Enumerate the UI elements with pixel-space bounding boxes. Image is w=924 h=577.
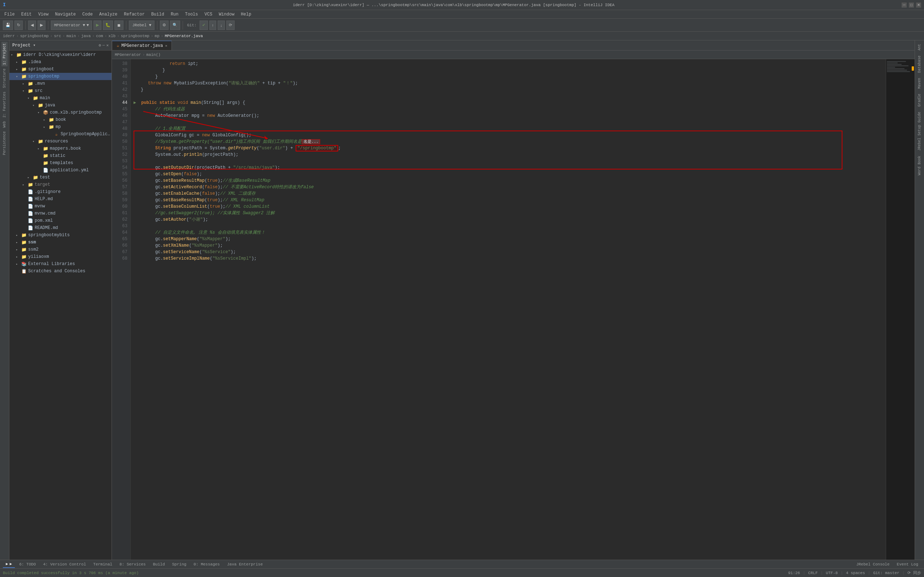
bottom-tab-java-enterprise[interactable]: Java Enterprise xyxy=(224,561,266,568)
tab-persistence[interactable]: Persistence xyxy=(2,130,8,156)
tree-item-target[interactable]: ▸ 📁 target xyxy=(10,181,111,188)
tree-container[interactable]: ▾ 📁 iderr D:\zking\xuexinr\iderr ▸ 📁 .id… xyxy=(10,50,111,560)
tree-item-readme[interactable]: 📄 README.md xyxy=(10,224,111,232)
menu-window[interactable]: Window xyxy=(216,11,237,18)
panel-icon-2[interactable]: — xyxy=(102,43,105,48)
tree-item-appyml[interactable]: 📄 application.yml xyxy=(10,167,111,174)
run-gutter-icon[interactable]: ▶ xyxy=(134,100,136,106)
menu-help[interactable]: Help xyxy=(238,11,254,18)
tree-item-main[interactable]: ▾ 📁 main xyxy=(10,95,111,102)
tab-favorites[interactable]: 2: Favorites xyxy=(2,90,8,119)
title-bar-controls[interactable]: ─ □ ✕ xyxy=(901,3,921,8)
bottom-tab-spring[interactable]: Spring xyxy=(169,561,189,568)
tree-item-mappers[interactable]: ▸ 📁 mappers.book xyxy=(10,145,111,152)
jrebel-dropdown[interactable]: JRebel ▼ xyxy=(129,21,155,30)
run-config-dropdown[interactable]: MPGenerator ▼ ▼ xyxy=(51,21,92,30)
right-tab-ant[interactable]: Ant xyxy=(918,42,921,53)
tree-item-springbootapp[interactable]: ☕ SpringbootmpApplication xyxy=(10,131,111,138)
panel-icon-1[interactable]: ⚙ xyxy=(99,43,101,48)
tree-item-ssm2[interactable]: ▸ 📁 ssm2 xyxy=(10,246,111,253)
tree-item-mvnw[interactable]: 📄 mvnw xyxy=(10,203,111,210)
tab-structure[interactable]: Structure xyxy=(2,67,8,89)
breadcrumb-src[interactable]: src xyxy=(54,34,61,38)
toolbar-btn-5[interactable]: ⚙ xyxy=(160,21,168,30)
bottom-tab-messages[interactable]: 0: Messages xyxy=(191,561,223,568)
bottom-tab-jrebel-console[interactable]: JRebel Console xyxy=(853,561,892,568)
breadcrumb-file[interactable]: MPGenerator.java xyxy=(165,34,203,38)
tree-item-yiliaoxm[interactable]: ▸ 📁 yiliaoxm xyxy=(10,253,111,260)
menu-build[interactable]: Build xyxy=(149,11,167,18)
menu-refactor[interactable]: Refactor xyxy=(121,11,148,18)
bottom-tab-vc[interactable]: 4: Version Control xyxy=(40,561,89,568)
tree-item-ssm[interactable]: ▸ 📁 ssm xyxy=(10,239,111,246)
right-tab-database[interactable]: Database xyxy=(918,53,921,75)
tree-item-iderr[interactable]: ▾ 📁 iderr D:\zking\xuexinr\iderr xyxy=(10,51,111,58)
right-tab-wordbook[interactable]: Word Book xyxy=(918,154,921,177)
panel-header-icons[interactable]: ⚙ — ✕ xyxy=(99,43,109,48)
menu-navigate[interactable]: Navigate xyxy=(52,11,79,18)
menu-run[interactable]: Run xyxy=(168,11,181,18)
breadcrumb-mp[interactable]: mp xyxy=(155,34,160,38)
toolbar-btn-6[interactable]: 🔍 xyxy=(170,21,180,30)
code-content[interactable]: return ipt; } } throw new MybatisPlusExc… xyxy=(131,59,886,560)
git-check-btn[interactable]: ✔ xyxy=(200,21,208,30)
tree-item-mvnwcmd[interactable]: 📄 mvnw.cmd xyxy=(10,210,111,217)
tree-item-src[interactable]: ▾ 📁 src xyxy=(10,87,111,95)
tree-item-helpmd[interactable]: 📄 HELP.md xyxy=(10,195,111,203)
tab-close-mpgenerator[interactable]: ✕ xyxy=(165,44,167,48)
right-tab-jrebel[interactable]: JRebel Setup Guide xyxy=(918,110,921,153)
tree-item-mvn[interactable]: ▸ 📁 .mvn xyxy=(10,80,111,87)
bottom-tab-run[interactable]: ▶ ▶ xyxy=(3,561,15,568)
minimize-button[interactable]: ─ xyxy=(901,3,907,8)
right-tab-gradle[interactable]: Gradle xyxy=(918,92,921,109)
breadcrumb-java[interactable]: java xyxy=(81,34,90,38)
toolbar-sync-btn[interactable]: ↻ xyxy=(15,21,23,30)
tree-item-static[interactable]: 📁 static xyxy=(10,152,111,160)
breadcrumb-springbootmp[interactable]: springbootmp xyxy=(20,34,49,38)
git-update-btn[interactable]: ↑ xyxy=(209,21,216,30)
tree-item-java[interactable]: ▾ 📁 java xyxy=(10,102,111,109)
breadcrumb-xlb[interactable]: xlb xyxy=(108,34,115,38)
bottom-tab-services[interactable]: 8: Services xyxy=(116,561,149,568)
menu-analyze[interactable]: Analyze xyxy=(96,11,120,18)
tree-item-scratch[interactable]: 📋 Scratches and Consoles xyxy=(10,268,111,275)
code-path-mpgenerator[interactable]: MPGenerator xyxy=(115,53,141,57)
tree-item-springbootmp[interactable]: ▾ 📁 springbootmp xyxy=(10,73,111,80)
bottom-tab-todo[interactable]: 6: TODO xyxy=(16,561,39,568)
tree-item-springbootmybits[interactable]: ▸ 📁 springbootmybits xyxy=(10,232,111,239)
toolbar-forward-btn[interactable]: ▶ xyxy=(37,21,45,30)
git-history-btn[interactable]: ⟳ xyxy=(226,21,234,30)
tree-item-idea[interactable]: ▸ 📁 .idea xyxy=(10,58,111,66)
stop-button[interactable]: ⏹ xyxy=(115,21,123,30)
maximize-button[interactable]: □ xyxy=(909,3,914,8)
bottom-tab-build[interactable]: Build xyxy=(150,561,168,568)
panel-icon-3[interactable]: ✕ xyxy=(106,43,109,48)
tree-item-mp[interactable]: ▸ 📁 mp xyxy=(10,123,111,131)
tree-item-test[interactable]: ▸ 📁 test xyxy=(10,174,111,181)
menu-tools[interactable]: Tools xyxy=(182,11,201,18)
menu-edit[interactable]: Edit xyxy=(18,11,35,18)
menu-vcs[interactable]: VCS xyxy=(202,11,215,18)
tree-item-templates[interactable]: 📁 templates xyxy=(10,160,111,167)
breadcrumb-springbootmp2[interactable]: springbootmp xyxy=(121,34,149,38)
breadcrumb-main[interactable]: main xyxy=(66,34,76,38)
tree-item-book[interactable]: ▸ 📁 book xyxy=(10,116,111,123)
run-button[interactable]: ▶ xyxy=(94,21,102,30)
close-button[interactable]: ✕ xyxy=(916,3,921,8)
menu-view[interactable]: View xyxy=(36,11,52,18)
toolbar-back-btn[interactable]: ◀ xyxy=(28,21,36,30)
tree-item-springboot[interactable]: ▸ 📁 springboot xyxy=(10,66,111,73)
code-path-main[interactable]: main() xyxy=(146,53,161,57)
breadcrumb-com[interactable]: com xyxy=(96,34,103,38)
git-push-btn[interactable]: ↓ xyxy=(218,21,225,30)
bottom-tab-terminal[interactable]: Terminal xyxy=(90,561,115,568)
tree-item-package[interactable]: ▾ 📦 com.xlb.springbootmp xyxy=(10,109,111,116)
toolbar-save-btn[interactable]: 💾 xyxy=(3,21,13,30)
tree-item-resources[interactable]: ▾ 📁 resources xyxy=(10,138,111,145)
tab-project[interactable]: 1: Project xyxy=(2,42,8,66)
menu-code[interactable]: Code xyxy=(79,11,96,18)
tab-web[interactable]: Web xyxy=(2,120,8,129)
menu-file[interactable]: File xyxy=(2,11,18,18)
tree-item-gitignore[interactable]: 📄 .gitignore xyxy=(10,188,111,195)
tab-mpgenerator[interactable]: ☕ MPGenerator.java ✕ xyxy=(112,41,172,50)
